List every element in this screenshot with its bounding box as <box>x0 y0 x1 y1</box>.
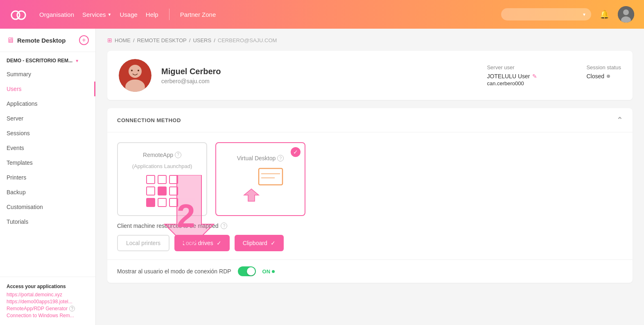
sidebar-nav-item-backup[interactable]: Backup <box>0 185 95 200</box>
sidebar-nav-item-tutorials[interactable]: Tutorials <box>0 214 95 229</box>
svg-point-9 <box>138 70 139 71</box>
svg-point-3 <box>623 9 629 15</box>
breadcrumb-sep-1: / <box>133 37 135 43</box>
sidebar-header: 🖥 Remote Desktop + <box>0 29 95 52</box>
remoteapp-help-icon[interactable]: ? <box>175 152 181 158</box>
sidebar-nav-item-customisation[interactable]: Customisation <box>0 200 95 214</box>
nav-avatar[interactable] <box>618 6 634 23</box>
svg-point-6 <box>129 65 142 78</box>
sidebar-footer-link-2[interactable]: https://demo00apps198.jotel... <box>7 299 89 305</box>
user-avatar <box>119 59 151 92</box>
sidebar-footer-link-3[interactable]: RemoteApp/RDP Generator <box>7 306 68 311</box>
clipboard-check-icon: ✓ <box>271 240 276 246</box>
connection-method-toggle-icon[interactable]: ⌃ <box>617 116 623 125</box>
rdp-row: Mostrar al usuario el modo de conexión R… <box>107 259 633 283</box>
nav-link-help[interactable]: Help <box>146 11 158 18</box>
connection-options-row: RemoteApp ? (Applications Launchpad) <box>107 132 633 216</box>
sidebar-nav-item-server[interactable]: Server <box>0 111 95 126</box>
sidebar-footer-link-1[interactable]: https://portal.demoinc.xyz <box>7 292 89 298</box>
user-profile-card: Miguel Cerbero cerbero@saju.com Server u… <box>107 51 633 100</box>
resources-help-icon[interactable]: ? <box>221 223 227 229</box>
sidebar-nav-item-users[interactable]: Users <box>0 82 95 96</box>
breadcrumb-remote-desktop[interactable]: REMOTE DESKTOP <box>137 37 187 43</box>
nav-search-dropdown-icon[interactable]: ▼ <box>582 12 586 17</box>
sidebar-service-icon: 🖥 <box>7 36 14 45</box>
server-user-value: JOTELULU User ✎ <box>487 73 537 80</box>
main-content: ⊞ HOME / REMOTE DESKTOP / USERS / CERBER… <box>96 29 644 325</box>
rdp-help-icon[interactable]: ? <box>69 306 75 311</box>
top-nav: Organisation Services ▼ Usage Help Partn… <box>0 0 644 29</box>
nav-link-services[interactable]: Services ▼ <box>82 11 111 18</box>
session-status-label: Session status <box>586 64 621 70</box>
rdp-toggle[interactable] <box>238 266 256 276</box>
sidebar-service-title: Remote Desktop <box>17 37 66 44</box>
nav-search-input[interactable] <box>501 8 591 20</box>
breadcrumb-current: CERBERO@SAJU.COM <box>218 37 277 43</box>
option-card-virtual-desktop[interactable]: ✓ Virtual Desktop ? <box>215 142 305 216</box>
main-layout: 🖥 Remote Desktop + DEMO - ESCRITORIO REM… <box>0 29 644 325</box>
resource-buttons-row: Local printers Local drives ✓ Clipboard … <box>117 235 623 251</box>
sidebar-nav-item-printers[interactable]: Printers <box>0 170 95 185</box>
breadcrumb-service-icon: ⊞ <box>107 37 112 43</box>
sidebar-nav-item-events[interactable]: Events <box>0 141 95 155</box>
session-status-value: Closed <box>586 73 621 80</box>
breadcrumb-sep-3: / <box>214 37 215 43</box>
server-user-group: Server user JOTELULU User ✎ can.cerbero0… <box>487 64 537 86</box>
nav-bell-icon[interactable]: 🔔 <box>599 9 610 19</box>
user-email: cerbero@saju.com <box>161 78 221 84</box>
user-meta: Server user JOTELULU User ✎ can.cerbero0… <box>487 64 621 86</box>
nav-link-organisation[interactable]: Organisation <box>39 11 74 18</box>
sidebar-group-chevron-icon: ▼ <box>75 59 79 63</box>
connection-method-title: CONNECTION METHOD <box>117 117 181 123</box>
svg-rect-10 <box>259 168 282 185</box>
breadcrumb-home[interactable]: HOME <box>115 37 131 43</box>
session-status-dot <box>607 75 610 78</box>
virtual-desktop-check: ✓ <box>291 147 301 157</box>
remoteapp-sublabel: (Applications Launchpad) <box>132 163 192 169</box>
rdp-label: Mostrar al usuario el modo de conexión R… <box>117 268 231 275</box>
sidebar-footer-item-rdp: RemoteApp/RDP Generator ? <box>7 306 89 311</box>
sidebar-group-label[interactable]: DEMO - ESCRITORIO REM... ▼ <box>0 52 95 67</box>
option-card-remoteapp[interactable]: RemoteApp ? (Applications Launchpad) <box>117 142 207 216</box>
sidebar-nav-item-summary[interactable]: Summary <box>0 67 95 82</box>
virtual-desktop-label: Virtual Desktop ? <box>237 155 284 161</box>
virtual-desktop-help-icon[interactable]: ? <box>277 155 284 161</box>
nav-partner-zone[interactable]: Partner Zone <box>180 11 216 18</box>
session-status-group: Session status Closed <box>586 64 621 80</box>
sidebar-add-button[interactable]: + <box>79 35 89 45</box>
breadcrumb-sep-2: / <box>189 37 191 43</box>
sidebar-footer-title: Access your applications <box>7 284 89 289</box>
server-user-sub: can.cerbero000 <box>487 80 537 86</box>
local-drives-check-icon: ✓ <box>217 240 221 246</box>
virtual-desktop-illustration <box>236 166 285 203</box>
resource-btn-clipboard[interactable]: Clipboard ✓ <box>235 235 284 251</box>
connection-method-header: CONNECTION METHOD ⌃ <box>107 108 633 132</box>
svg-point-1 <box>17 11 25 19</box>
server-user-label: Server user <box>487 64 537 70</box>
nav-link-usage[interactable]: Usage <box>120 11 138 18</box>
remoteapp-label: RemoteApp ? <box>143 152 181 158</box>
user-name: Miguel Cerbero <box>161 67 221 76</box>
sidebar: 🖥 Remote Desktop + DEMO - ESCRITORIO REM… <box>0 29 96 325</box>
nav-search-container: ▼ <box>501 8 591 20</box>
sidebar-nav-item-templates[interactable]: Templates <box>0 155 95 170</box>
app-grid-icon <box>146 175 178 207</box>
svg-marker-13 <box>244 189 259 201</box>
sidebar-nav-item-sessions[interactable]: Sessions <box>0 126 95 141</box>
resource-btn-local-printers[interactable]: Local printers <box>117 235 169 251</box>
resources-section: Client machine resources to be mapped ? … <box>107 216 633 251</box>
sidebar-nav-item-applications[interactable]: Applications <box>0 96 95 111</box>
nav-logo[interactable] <box>10 8 28 21</box>
svg-point-8 <box>131 70 133 71</box>
sidebar-footer-link-4[interactable]: Connection to Windows Rem... <box>7 313 89 318</box>
server-user-edit-icon[interactable]: ✎ <box>532 73 537 80</box>
user-info: Miguel Cerbero cerbero@saju.com <box>161 67 221 84</box>
rdp-on-label: ON <box>262 268 275 275</box>
breadcrumb-users[interactable]: USERS <box>193 37 211 43</box>
breadcrumb: ⊞ HOME / REMOTE DESKTOP / USERS / CERBER… <box>107 37 633 43</box>
resources-label: Client machine resources to be mapped ? <box>117 223 623 229</box>
resource-btn-local-drives[interactable]: Local drives ✓ <box>174 235 230 251</box>
sidebar-footer: Access your applications https://portal.… <box>0 277 95 325</box>
nav-divider <box>169 9 169 20</box>
services-dropdown-icon: ▼ <box>108 12 112 17</box>
